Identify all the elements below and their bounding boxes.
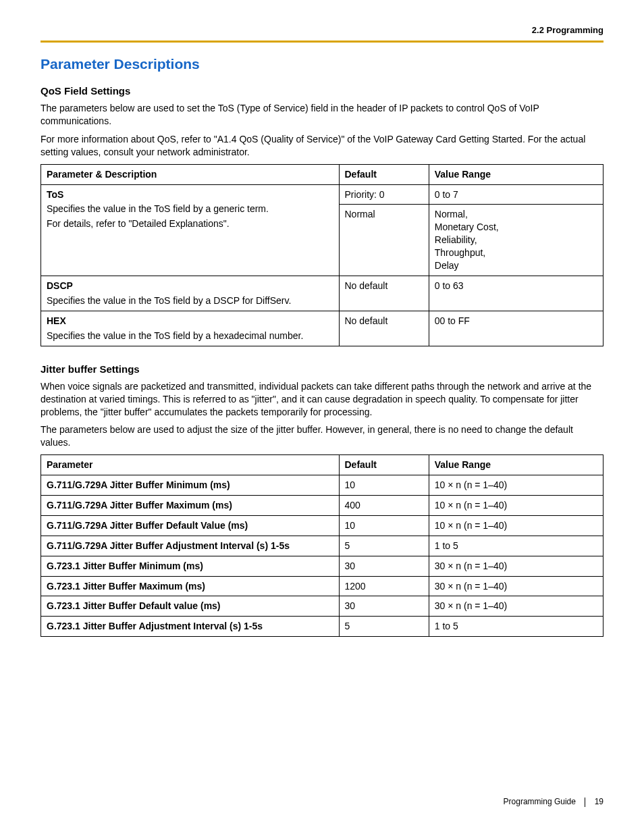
param-name: G.711/G.729A Jitter Buffer Minimum (ms): [41, 475, 340, 496]
param-name: G.711/G.729A Jitter Buffer Adjustment In…: [41, 536, 340, 556]
param-name: G.711/G.729A Jitter Buffer Maximum (ms): [41, 495, 340, 515]
default-value: 400: [339, 495, 429, 515]
default-value: No default: [339, 276, 429, 311]
value-range: 1 to 5: [429, 617, 603, 637]
value-range: 1 to 5: [429, 536, 603, 556]
table-row: G.723.1 Jitter Buffer Default value (ms)…: [41, 596, 603, 617]
default-value: 10: [339, 475, 429, 496]
table-row: DSCP Specifies the value in the ToS fiel…: [41, 276, 603, 311]
qos-table: Parameter & Description Default Value Ra…: [41, 164, 603, 346]
footer-doc-title: Programming Guide: [504, 797, 576, 806]
table-row: G.723.1 Jitter Buffer Minimum (ms)3030 ×…: [41, 556, 603, 576]
footer-page-number: 19: [595, 797, 603, 806]
qos-para-1: The parameters below are used to set the…: [41, 102, 603, 128]
jitter-para-1: When voice signals are packetized and tr…: [41, 380, 603, 419]
value-range: 10 × n (n = 1–40): [429, 475, 603, 496]
value-range: 10 × n (n = 1–40): [429, 515, 603, 536]
table-row: G.711/G.729A Jitter Buffer Minimum (ms)1…: [41, 475, 603, 496]
value-range: 0 to 7: [429, 184, 603, 205]
default-value: 5: [339, 536, 429, 556]
value-range: Normal, Monetary Cost, Reliability, Thro…: [429, 205, 603, 276]
param-name: G.723.1 Jitter Buffer Default value (ms): [41, 596, 340, 617]
section-title: Parameter Descriptions: [41, 55, 603, 74]
default-value: Normal: [339, 205, 429, 276]
table-row: G.711/G.729A Jitter Buffer Maximum (ms)4…: [41, 495, 603, 515]
table-header-row: Parameter Default Value Range: [41, 455, 603, 475]
param-name: ToS: [47, 188, 333, 201]
param-name: G.711/G.729A Jitter Buffer Default Value…: [41, 515, 340, 536]
param-desc: For details, refer to "Detailed Explanat…: [47, 217, 333, 230]
table-row: G.711/G.729A Jitter Buffer Adjustment In…: [41, 536, 603, 556]
value-range: 10 × n (n = 1–40): [429, 495, 603, 515]
default-value: Priority: 0: [339, 184, 429, 205]
table-row: G.711/G.729A Jitter Buffer Default Value…: [41, 515, 603, 536]
param-desc: Specifies the value in the ToS field by …: [47, 203, 333, 215]
value-range: 00 to FF: [429, 311, 603, 346]
default-value: 30: [339, 556, 429, 576]
page-footer: Programming Guide 19: [504, 796, 603, 807]
col-range: Value Range: [429, 164, 603, 184]
col-default: Default: [339, 164, 429, 184]
col-param: Parameter: [41, 455, 340, 475]
qos-heading: QoS Field Settings: [41, 84, 603, 98]
default-value: 30: [339, 596, 429, 617]
value-range: 0 to 63: [429, 276, 603, 311]
running-header: 2.2 Programming: [41, 24, 603, 36]
default-value: No default: [339, 311, 429, 346]
param-name: DSCP: [47, 280, 333, 292]
col-default: Default: [339, 455, 429, 475]
table-row: G.723.1 Jitter Buffer Maximum (ms)120030…: [41, 576, 603, 596]
table-header-row: Parameter & Description Default Value Ra…: [41, 164, 603, 184]
col-param: Parameter & Description: [41, 164, 340, 184]
col-range: Value Range: [429, 455, 603, 475]
param-name: G.723.1 Jitter Buffer Minimum (ms): [41, 556, 340, 576]
default-value: 10: [339, 515, 429, 536]
value-range: 30 × n (n = 1–40): [429, 576, 603, 596]
qos-para-2: For more information about QoS, refer to…: [41, 133, 603, 159]
header-rule: [41, 41, 603, 43]
table-row: ToS Specifies the value in the ToS field…: [41, 184, 603, 205]
jitter-para-2: The parameters below are used to adjust …: [41, 423, 603, 449]
param-desc: Specifies the value in the ToS field by …: [47, 294, 333, 307]
value-range: 30 × n (n = 1–40): [429, 556, 603, 576]
param-desc: Specifies the value in the ToS field by …: [47, 330, 333, 342]
footer-separator: [585, 798, 585, 807]
param-name: HEX: [47, 315, 333, 328]
table-row: G.723.1 Jitter Buffer Adjustment Interva…: [41, 617, 603, 637]
value-range: 30 × n (n = 1–40): [429, 596, 603, 617]
jitter-table: Parameter Default Value Range G.711/G.72…: [41, 454, 603, 637]
table-row: HEX Specifies the value in the ToS field…: [41, 311, 603, 346]
page: 2.2 Programming Parameter Descriptions Q…: [0, 0, 644, 834]
default-value: 1200: [339, 576, 429, 596]
param-name: G.723.1 Jitter Buffer Maximum (ms): [41, 576, 340, 596]
default-value: 5: [339, 617, 429, 637]
param-name: G.723.1 Jitter Buffer Adjustment Interva…: [41, 617, 340, 637]
jitter-heading: Jitter buffer Settings: [41, 363, 603, 376]
